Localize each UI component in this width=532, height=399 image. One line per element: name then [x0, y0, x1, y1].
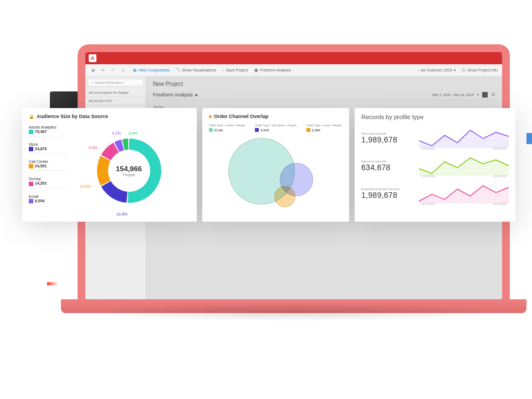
card1-title: Audience Size by Data Source — [37, 114, 108, 119]
search-icon: ⌕ — [91, 81, 93, 84]
card1-legend: Adobe Analytics79,467Store24,870Call Cen… — [29, 124, 68, 218]
show-visualizations-label: Show Visualizations — [182, 68, 216, 72]
donut-slice-label: 9.2% — [89, 146, 98, 150]
analysis-title: Freeform Analysis ➤ — [153, 92, 198, 98]
venn-diagram — [209, 135, 342, 216]
status-dot-icon — [209, 115, 212, 118]
analysis-header: Freeform Analysis ➤ May 1, 2015 - May 31… — [153, 89, 495, 100]
project-title: New Project — [153, 81, 495, 87]
toolbar: ▣ ⟳ ↶ ◷ ▤ Hide Components 〽 Show Visuali… — [85, 64, 502, 76]
legend-item: Survey14,291 — [29, 175, 68, 188]
record-value: 1,989,678 — [361, 191, 411, 200]
donut-slice-label: 16.0% — [116, 212, 127, 216]
legend-item: Store24,870 — [29, 141, 68, 154]
report-suite-label: we Outdoors 2015 — [421, 68, 452, 72]
donut-slice-label: 4.2% — [112, 131, 121, 135]
adobe-logo-icon: A — [89, 54, 96, 62]
save-project-label: Save Project — [226, 68, 248, 72]
report-suite-selector[interactable]: ▫ we Outdoors 2015 ▾ — [417, 68, 456, 73]
clock-icon[interactable]: ◷ — [120, 67, 126, 74]
show-visualizations-button[interactable]: 〽 Show Visualizations — [176, 68, 216, 72]
freeform-analysis-label: Freeform Analysis — [260, 68, 291, 72]
legend-item: Email6,554 — [29, 193, 68, 205]
floating-cards: 🔒Audience Size by Data Source Adobe Anal… — [22, 108, 515, 222]
donut-slice-label: 15.9% — [80, 185, 91, 188]
venn-legend-item: Order Type = online + People21.9k — [209, 124, 245, 132]
folder-icon[interactable]: ▣ — [90, 67, 96, 74]
suite-icon: ▫ — [417, 68, 418, 72]
freeform-analysis-button[interactable]: ▦ Freeform Analysis — [254, 68, 291, 73]
sparkline-chart: 10/10/202210/10/2022 — [419, 127, 509, 149]
lock-icon: 🔒 — [29, 114, 34, 119]
cursor-icon: ➤ — [195, 93, 198, 98]
venn-circle-store — [274, 186, 295, 207]
venn-legend-item: Order Type = call center + People5,545 — [255, 124, 296, 132]
calendar-icon[interactable] — [482, 92, 488, 98]
record-value: 1,989,678 — [361, 135, 411, 144]
record-row: Keyword records 634,678 10/10/202210/10/… — [361, 155, 509, 177]
legend-item: Call Center24,591 — [29, 158, 68, 171]
decorative-blue-square — [526, 133, 532, 144]
titlebar: A — [85, 52, 502, 64]
chevron-down-icon: ▾ — [477, 93, 479, 96]
hide-components-label: Hide Components — [139, 68, 170, 72]
card2-title: Order Channel Overlap — [214, 114, 269, 119]
info-icon: ⓘ — [462, 68, 466, 73]
records-list: Personal records 1,989,678 10/10/202210/… — [361, 127, 509, 204]
legend-item: Adobe Analytics79,467 — [29, 124, 68, 136]
refresh-icon[interactable]: ⟳ — [100, 67, 106, 74]
save-project-button[interactable]: ▫ Save Project — [223, 68, 248, 72]
record-row: Experience Event records 1,989,678 10/10… — [361, 182, 509, 204]
audience-size-card: 🔒Audience Size by Data Source Adobe Anal… — [22, 108, 197, 222]
save-icon: ▫ — [223, 68, 224, 72]
chart-icon: 〽 — [176, 68, 180, 72]
panel-icon: ▤ — [133, 68, 137, 73]
sparkline-chart: 10/10/202210/10/2022 — [419, 155, 509, 177]
donut-slice-label: 51.3% — [151, 171, 162, 175]
show-project-info-button[interactable]: ⓘ Show Project Info — [462, 68, 498, 73]
date-range[interactable]: May 1, 2015 - May 31, 2015 ▾ ✕ — [432, 91, 495, 98]
dimension-item[interactable]: 3rd Id (Analytics for Target) — [85, 89, 146, 97]
records-by-profile-card: Records by profile type Personal records… — [355, 108, 515, 222]
donut-center-label: People — [116, 173, 142, 177]
table-icon: ▦ — [254, 68, 258, 73]
date-range-text: May 1, 2015 - May 31, 2015 — [432, 93, 474, 96]
sparkline-chart: 10/10/202210/10/2022 — [419, 182, 509, 204]
search-placeholder: Search Dimensions — [95, 81, 124, 84]
order-channel-card: Order Channel Overlap Order Type = onlin… — [202, 108, 349, 222]
donut-center-value: 154,966 — [116, 165, 142, 173]
undo-icon[interactable]: ↶ — [110, 67, 116, 74]
laptop-shadow — [83, 302, 504, 321]
hide-components-button[interactable]: ▤ Hide Components — [133, 68, 170, 73]
record-value: 634,678 — [361, 163, 411, 172]
card3-title: Records by profile type — [361, 114, 424, 120]
close-icon[interactable]: ✕ — [491, 91, 495, 98]
venn-legend-item: Order Type = store + People2,394 — [306, 124, 341, 132]
chevron-down-icon: ▾ — [454, 68, 456, 73]
decorative-red-gradient — [47, 282, 58, 285]
search-dimensions-input[interactable]: ⌕ Search Dimensions — [88, 79, 144, 86]
record-row: Personal records 1,989,678 10/10/202210/… — [361, 127, 509, 149]
card2-legend: Order Type = online + People21.9kOrder T… — [209, 124, 342, 132]
show-project-info-label: Show Project Info — [467, 68, 498, 72]
donut-chart: 154,966 People 51.3%16.0%15.9%9.2%4.2%3.… — [68, 124, 190, 218]
donut-slice-label: 3.4% — [129, 131, 137, 135]
dimension-item[interactable]: 3rd Id (SC-TnT) — [85, 97, 146, 105]
